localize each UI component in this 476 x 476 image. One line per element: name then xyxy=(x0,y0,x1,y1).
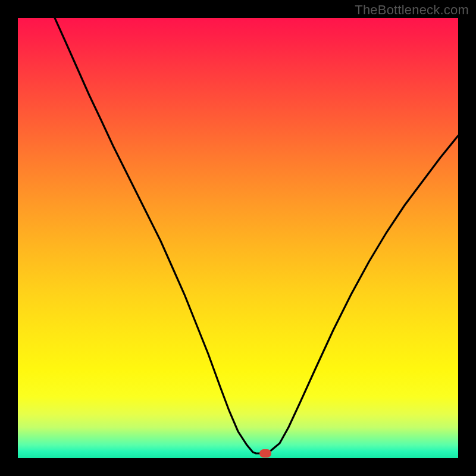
optimum-marker xyxy=(259,449,271,458)
bottleneck-curve xyxy=(55,18,458,453)
plot-area xyxy=(18,18,458,458)
curve-svg xyxy=(18,18,458,458)
watermark-text: TheBottleneck.com xyxy=(355,2,469,18)
